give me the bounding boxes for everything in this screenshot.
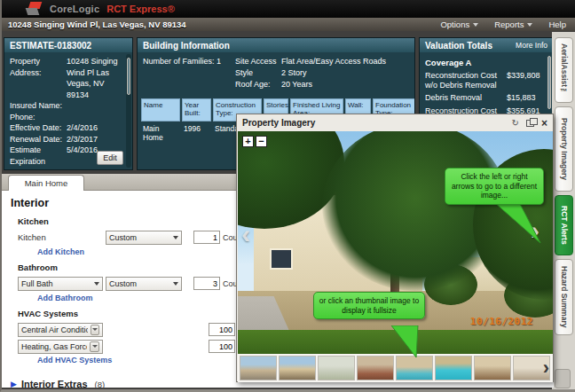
bathroom-name-select[interactable]: Full Bath — [18, 277, 103, 291]
valuation-row: Reconstruction Cost w/o Debris Removal $… — [425, 71, 547, 90]
valuation-totals-title: Valuation Totals — [425, 41, 492, 51]
reports-menu[interactable]: Reports — [494, 20, 532, 29]
valuation-row: Debris Removal $15,883 — [425, 93, 547, 103]
thumbnail-patio-furniture[interactable] — [474, 356, 511, 380]
popup-titlebar[interactable]: Property Imagery ↻ × — [237, 114, 553, 131]
product-name: RCT Express® — [106, 4, 175, 14]
popout-icon[interactable] — [526, 120, 534, 127]
zoom-in-button[interactable]: + — [242, 136, 254, 147]
menubar: 10248 Singing Wind Pl, Las Vegas, NV 891… — [2, 18, 575, 31]
options-menu[interactable]: Options — [440, 20, 478, 29]
style-field: Style 2 Story — [235, 67, 386, 79]
rct-express-app: CoreLogic RCT Express® 10248 Singing Win… — [0, 0, 575, 392]
hvac-system1-percent-input[interactable] — [209, 323, 235, 336]
kitchen-row-label: Kitchen — [18, 232, 106, 242]
callout-arrows-tail — [492, 202, 544, 247]
prev-image-arrow[interactable]: ‹ — [241, 222, 250, 247]
effective-date-row: Effective Date: 2/4/2016 — [10, 122, 127, 134]
thumbnail-covered-patio[interactable]: › — [513, 356, 550, 380]
thumbnail-street-view[interactable] — [240, 356, 277, 380]
tab-property-imagery[interactable]: Property Imagery — [555, 106, 573, 192]
edit-button[interactable]: Edit — [97, 151, 123, 165]
select-arrow-icon — [91, 325, 99, 335]
col-name: Name — [141, 98, 180, 122]
families-field: Number of Families: 1 — [143, 56, 235, 90]
site-access-field: Site Access Flat Area/Easy Access Roads — [235, 56, 386, 67]
thumbnail-pool[interactable] — [435, 356, 472, 380]
callout-thumbnails: or click an thumbnail image to display i… — [313, 292, 425, 319]
tab-hazard-summary[interactable]: Hazard Summary — [555, 259, 573, 335]
more-info-link[interactable]: More Info — [516, 41, 547, 50]
select-arrow-icon — [90, 341, 99, 352]
hvac-system2-percent-input[interactable] — [209, 340, 235, 353]
corelogic-logo-icon — [27, 2, 44, 16]
select-arrow-icon — [173, 282, 178, 286]
app-header: CoreLogic RCT Express® — [2, 0, 575, 18]
refresh-icon[interactable]: ↻ — [512, 119, 519, 128]
property-address-label: 10248 Singing Wind Pl, Las Vegas, NV 891… — [8, 20, 186, 29]
callout-arrows: Click the left or right arrows to go to … — [445, 168, 544, 205]
popup-title: Property Imagery — [242, 118, 315, 128]
chevron-down-icon — [527, 23, 532, 27]
roof-age-field: Roof Age: 20 Years — [235, 79, 386, 90]
kitchen-count-input[interactable] — [193, 231, 220, 244]
zoom-out-button[interactable]: − — [256, 136, 267, 147]
property-address-row: Property Address: 10248 Singing Wind Pl … — [10, 56, 127, 100]
sidebar-scrollbar[interactable] — [555, 369, 571, 388]
bathroom-count-input[interactable] — [193, 277, 220, 290]
hvac-system1-select[interactable]: Central Air Conditioning, S — [18, 323, 103, 337]
tab-rct-alerts[interactable]: RCT Alerts — [555, 195, 573, 255]
right-sidebar: AerialAssist™ Property Imagery RCT Alert… — [552, 32, 575, 390]
estimate-panel: ESTIMATE-0183002 Property Address: 10248… — [4, 37, 133, 170]
estimate-panel-title: ESTIMATE-0183002 — [4, 38, 132, 52]
bathroom-type-select[interactable]: Custom — [106, 277, 182, 291]
phone-row: Phone: — [10, 112, 127, 123]
callout-thumbnails-tail — [386, 325, 427, 359]
building-info-title: Building Information — [138, 38, 414, 52]
coverage-a-label: Coverage A — [425, 58, 547, 67]
tab-aerial-assist[interactable]: AerialAssist™ — [555, 37, 573, 103]
brand-name: CoreLogic — [50, 4, 99, 14]
renewal-date-row: Renewal Date: 2/3/2017 — [10, 134, 127, 145]
kitchen-type-select[interactable]: Custom — [106, 231, 182, 245]
expand-arrow-icon: ▶ — [11, 380, 17, 388]
thumbnail-house-side[interactable] — [318, 356, 355, 380]
thumbnail-next-arrow[interactable]: › — [543, 358, 549, 378]
chevron-down-icon — [473, 23, 478, 27]
help-menu[interactable]: Help — [548, 20, 566, 29]
select-arrow-icon — [94, 282, 99, 286]
close-icon[interactable]: × — [541, 119, 547, 128]
col-year-built: Year Built: — [182, 98, 211, 122]
tab-main-home[interactable]: Main Home — [8, 175, 84, 191]
thumbnail-backyard-patio[interactable] — [357, 356, 394, 380]
thumbnail-backyard-pool[interactable] — [396, 356, 433, 380]
insured-name-row: Insured Name: — [10, 100, 127, 112]
photo-date-stamp: 10/16/2012 — [470, 316, 533, 327]
thumbnail-house-front[interactable] — [279, 356, 316, 380]
select-arrow-icon — [173, 236, 178, 239]
hvac-system2-select[interactable]: Heating, Gas Forced Air — [18, 340, 103, 354]
property-imagery-popup: Property Imagery ↻ × — [236, 114, 554, 382]
estimate-panel-scrollbar[interactable] — [126, 54, 131, 168]
